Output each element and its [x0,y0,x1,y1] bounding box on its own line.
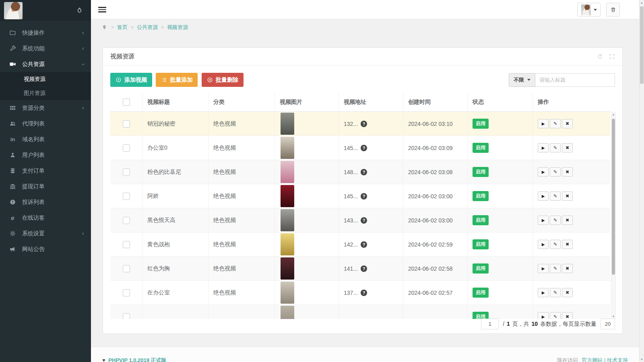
play-button[interactable]: ▶ [538,191,549,201]
play-button[interactable]: ▶ [538,264,549,273]
breadcrumb-public-resources-link[interactable]: 公共资源 [137,24,158,31]
play-button[interactable]: ▶ [538,216,549,225]
play-button[interactable]: ▶ [538,288,549,297]
scroll-up-arrow-icon[interactable]: ▲ [611,113,615,116]
footer-left-link[interactable]: PHPVIP 1.0.2019 正式版 [108,357,166,362]
video-title-cell: 阿娇 [142,184,208,208]
thumbnail-cell [275,112,339,136]
page-size-input[interactable] [601,319,615,329]
sidebar-item-domain-list[interactable]: in域名列表 [0,132,91,147]
play-button[interactable]: ▶ [538,167,549,177]
table-scrollbar[interactable]: ▲ ▼ [611,112,616,319]
address-cell: 148...? [339,160,403,184]
row-checkbox[interactable] [123,241,130,248]
video-thumbnail[interactable] [281,137,294,159]
sidebar-item-payment-orders[interactable]: 支付订单 [0,163,91,179]
refresh-icon[interactable] [597,53,603,60]
video-thumbnail[interactable] [281,306,294,319]
sidebar-item-quick-actions[interactable]: 快捷操作 [0,25,91,41]
row-checkbox[interactable] [123,289,130,296]
trash-button[interactable] [606,3,620,16]
sidebar-item-resource-categories[interactable]: 资源分类 [0,100,91,116]
breadcrumb-video-resources-link[interactable]: 视频资源 [167,24,188,31]
expand-icon[interactable] [609,53,615,60]
edit-button[interactable]: ✎ [550,288,561,297]
created-time-cell: 2024-06-02 02:58 [403,257,468,280]
sidebar-item-public-resources[interactable]: 公共资源 [0,56,91,72]
row-checkbox[interactable] [123,217,130,224]
sidebar-item-user-list[interactable]: 用户列表 [0,147,91,163]
sidebar-item-complaint-list[interactable]: 投诉列表 [0,194,91,210]
sidebar-item-agent-list[interactable]: 代理列表 [0,116,91,132]
hamburger-menu-button[interactable] [98,7,106,14]
edit-button[interactable]: ✎ [550,167,561,177]
sidebar-item-withdraw-orders[interactable]: 提现订单 [0,179,91,194]
page-scrollbar-thumb[interactable] [640,6,644,84]
edit-button[interactable]: ✎ [550,143,561,152]
breadcrumb-home-link[interactable]: 首页 [117,24,128,31]
scroll-down-arrow-icon[interactable]: ▼ [640,358,644,361]
status-badge: 启用 [473,119,489,129]
row-checkbox[interactable] [123,120,130,128]
address-cell: 137...? [339,281,403,304]
delete-button[interactable]: ✖ [562,119,573,128]
table-scrollbar-thumb[interactable] [612,119,615,275]
delete-button[interactable]: ✖ [562,264,573,273]
video-thumbnail[interactable] [281,161,294,183]
video-thumbnail[interactable] [281,282,294,304]
play-button[interactable]: ▶ [538,119,549,128]
edit-button[interactable]: ✎ [550,216,561,225]
edit-button[interactable]: ✎ [550,312,561,319]
edit-button[interactable]: ✎ [550,191,561,201]
video-thumbnail[interactable] [281,257,294,280]
panel-header: 视频资源 [103,48,622,66]
sidebar-item-system-functions[interactable]: 系统功能 [0,41,91,56]
row-checkbox[interactable] [123,265,130,272]
page-input[interactable] [481,319,499,329]
video-thumbnail[interactable] [281,233,294,255]
title-search-input[interactable] [535,73,615,87]
batch-add-button[interactable]: 批量添加 [156,73,198,87]
footer-right-link[interactable]: 官方网站 | 技术支持 [582,357,628,362]
video-thumbnail[interactable] [281,209,294,231]
user-avatar-button[interactable] [577,3,601,16]
thumbnail-cell [275,208,339,232]
video-thumbnail[interactable] [281,185,294,207]
video-title-cell: 黑色恨天高 [142,208,208,232]
delete-button[interactable]: ✖ [562,240,573,249]
delete-button[interactable]: ✖ [562,167,573,177]
row-checkbox[interactable] [123,313,130,319]
delete-button[interactable]: ✖ [562,216,573,225]
edit-button[interactable]: ✎ [550,240,561,249]
select-all-checkbox[interactable] [123,99,130,106]
sidebar-item-system-settings[interactable]: 系统设置 [0,226,91,241]
sidebar-item-video-resources[interactable]: 视频资源 [0,72,91,86]
chevron-left-icon [81,31,85,35]
row-checkbox[interactable] [123,193,130,200]
grid-icon [9,105,17,111]
sidebar-item-site-announcements[interactable]: 网站公告 [0,241,91,257]
batch-delete-button[interactable]: 批量删除 [202,73,244,87]
row-checkbox[interactable] [123,169,130,176]
video-thumbnail[interactable] [281,113,294,135]
row-checkbox[interactable] [123,144,130,152]
scroll-down-arrow-icon[interactable]: ▼ [611,315,615,318]
logo-avatar[interactable] [4,2,23,19]
edit-button[interactable]: ✎ [550,264,561,273]
delete-button[interactable]: ✖ [562,288,573,297]
sidebar-item-image-resources[interactable]: 图片资源 [0,86,91,100]
table-row: 黑色恨天高 绝色视频 143...? 2024-06-02 03:00 启用 ▶… [110,208,610,232]
video-title-cell [142,305,208,319]
page-scrollbar[interactable]: ▲ ▼ [639,0,644,362]
category-filter-dropdown[interactable]: 不限 [509,73,535,87]
add-video-button[interactable]: 添加视频 [110,73,152,87]
play-button[interactable]: ▶ [538,143,549,152]
scroll-up-arrow-icon[interactable]: ▲ [640,1,644,4]
delete-button[interactable]: ✖ [562,191,573,201]
sidebar-item-online-visitors[interactable]: e在线访客 [0,210,91,226]
play-button[interactable]: ▶ [538,240,549,249]
delete-button[interactable]: ✖ [562,143,573,152]
play-button[interactable]: ▶ [538,312,549,319]
edit-button[interactable]: ✎ [550,119,561,128]
delete-button[interactable]: ✖ [562,312,573,319]
